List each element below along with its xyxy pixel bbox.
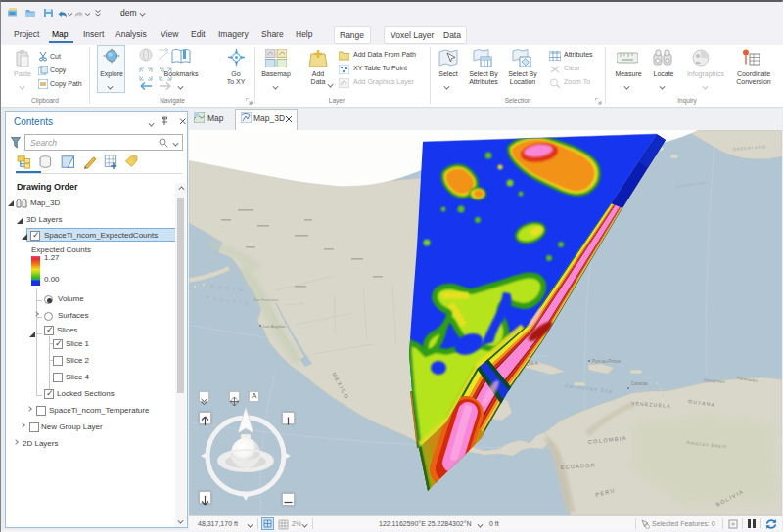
svg-text:San Francisco: San Francisco	[253, 297, 279, 302]
svg-text:Port-au-Prince: Port-au-Prince	[592, 359, 622, 364]
svg-text:Caracas: Caracas	[631, 381, 649, 386]
svg-text:Los Angeles: Los Angeles	[263, 324, 286, 329]
